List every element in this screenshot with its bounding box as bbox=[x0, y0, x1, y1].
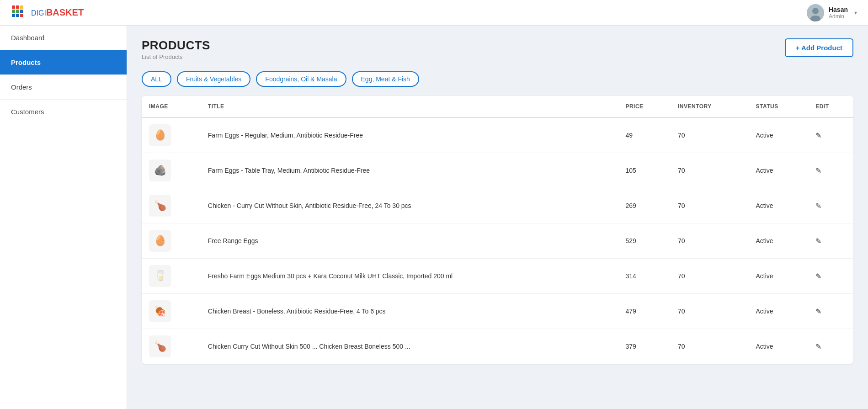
cell-image-3: 🥚 bbox=[142, 223, 201, 259]
col-edit: EDIT bbox=[808, 96, 853, 117]
logo-basket: BASKET bbox=[46, 7, 84, 17]
cell-image-4: 🥛 bbox=[142, 259, 201, 294]
cell-title-6: Chicken Curry Cut Without Skin 500 ... C… bbox=[201, 329, 618, 364]
product-image-6: 🍗 bbox=[149, 335, 171, 357]
logo-area: DIGIBASKET bbox=[11, 5, 84, 21]
edit-icon-5[interactable]: ✎ bbox=[815, 308, 821, 315]
product-image-5: 🍖 bbox=[149, 300, 171, 322]
table-header-row: IMAGE TITLE PRICE INVENTORY STATUS EDIT bbox=[142, 96, 853, 117]
svg-rect-7 bbox=[16, 14, 19, 17]
logo-digi: DIGI bbox=[31, 9, 46, 17]
cell-status-4: Active bbox=[748, 259, 808, 294]
filter-tab-fruits-veg[interactable]: Fruits & Vegetables bbox=[177, 71, 250, 87]
svg-rect-4 bbox=[16, 10, 19, 13]
svg-rect-6 bbox=[12, 14, 15, 17]
cell-edit-6[interactable]: ✎ bbox=[808, 329, 853, 364]
cell-edit-2[interactable]: ✎ bbox=[808, 188, 853, 223]
sidebar-item-orders[interactable]: Orders bbox=[0, 75, 127, 100]
user-name: Hasan bbox=[829, 6, 848, 13]
cell-price-2: 269 bbox=[618, 188, 671, 223]
filter-tab-foodgrains[interactable]: Foodgrains, Oil & Masala bbox=[256, 71, 346, 87]
filter-tab-all[interactable]: ALL bbox=[142, 71, 171, 87]
product-image-3: 🥚 bbox=[149, 230, 171, 252]
cell-edit-0[interactable]: ✎ bbox=[808, 117, 853, 153]
product-image-4: 🥛 bbox=[149, 265, 171, 287]
main-content: PRODUCTS List of Products + Add Product … bbox=[127, 26, 868, 409]
col-title: TITLE bbox=[201, 96, 618, 117]
cell-status-5: Active bbox=[748, 294, 808, 329]
svg-rect-5 bbox=[20, 10, 23, 13]
svg-rect-3 bbox=[12, 10, 15, 13]
cell-image-0: 🥚 bbox=[142, 117, 201, 153]
sidebar: Dashboard Products Orders Customers bbox=[0, 26, 127, 409]
col-status: STATUS bbox=[748, 96, 808, 117]
logo-icon bbox=[11, 5, 27, 21]
cell-edit-4[interactable]: ✎ bbox=[808, 259, 853, 294]
filter-tabs: ALL Fruits & Vegetables Foodgrains, Oil … bbox=[142, 71, 853, 87]
cell-edit-3[interactable]: ✎ bbox=[808, 223, 853, 259]
edit-icon-0[interactable]: ✎ bbox=[815, 132, 821, 139]
sidebar-item-products[interactable]: Products bbox=[0, 50, 127, 75]
cell-title-3: Free Range Eggs bbox=[201, 223, 618, 259]
products-table-container: IMAGE TITLE PRICE INVENTORY STATUS EDIT … bbox=[142, 96, 853, 364]
cell-edit-5[interactable]: ✎ bbox=[808, 294, 853, 329]
cell-price-4: 314 bbox=[618, 259, 671, 294]
cell-inventory-0: 70 bbox=[671, 117, 748, 153]
svg-rect-2 bbox=[20, 5, 23, 9]
products-table: IMAGE TITLE PRICE INVENTORY STATUS EDIT … bbox=[142, 96, 853, 364]
cell-status-2: Active bbox=[748, 188, 808, 223]
svg-point-10 bbox=[812, 8, 819, 14]
table-row: 🍗 Chicken Curry Cut Without Skin 500 ...… bbox=[142, 329, 853, 364]
product-image-1: 🪨 bbox=[149, 159, 171, 181]
cell-price-5: 479 bbox=[618, 294, 671, 329]
table-row: 🍖 Chicken Breast - Boneless, Antibiotic … bbox=[142, 294, 853, 329]
cell-status-3: Active bbox=[748, 223, 808, 259]
edit-icon-4[interactable]: ✎ bbox=[815, 272, 821, 280]
cell-title-5: Chicken Breast - Boneless, Antibiotic Re… bbox=[201, 294, 618, 329]
avatar bbox=[807, 4, 824, 21]
user-info: Hasan Admin bbox=[829, 6, 848, 20]
cell-inventory-5: 70 bbox=[671, 294, 748, 329]
chevron-down-icon: ▾ bbox=[854, 10, 857, 16]
cell-edit-1[interactable]: ✎ bbox=[808, 153, 853, 188]
page-header: PRODUCTS List of Products + Add Product bbox=[142, 38, 853, 60]
logo-text: DIGIBASKET bbox=[31, 7, 84, 18]
svg-rect-1 bbox=[16, 5, 19, 9]
edit-icon-2[interactable]: ✎ bbox=[815, 202, 821, 210]
edit-icon-1[interactable]: ✎ bbox=[815, 167, 821, 175]
cell-image-6: 🍗 bbox=[142, 329, 201, 364]
col-image: IMAGE bbox=[142, 96, 201, 117]
user-area[interactable]: Hasan Admin ▾ bbox=[807, 4, 857, 21]
add-product-button[interactable]: + Add Product bbox=[785, 38, 853, 57]
cell-status-0: Active bbox=[748, 117, 808, 153]
cell-status-6: Active bbox=[748, 329, 808, 364]
top-header: DIGIBASKET Hasan Admin ▾ bbox=[0, 0, 868, 26]
cell-price-1: 105 bbox=[618, 153, 671, 188]
cell-image-5: 🍖 bbox=[142, 294, 201, 329]
product-image-2: 🍗 bbox=[149, 195, 171, 217]
table-row: 🍗 Chicken - Curry Cut Without Skin, Anti… bbox=[142, 188, 853, 223]
cell-inventory-3: 70 bbox=[671, 223, 748, 259]
col-inventory: INVENTORY bbox=[671, 96, 748, 117]
cell-title-1: Farm Eggs - Table Tray, Medium, Antibiot… bbox=[201, 153, 618, 188]
edit-icon-3[interactable]: ✎ bbox=[815, 237, 821, 245]
cell-inventory-6: 70 bbox=[671, 329, 748, 364]
user-role: Admin bbox=[829, 13, 844, 20]
table-row: 🥚 Farm Eggs - Regular, Medium, Antibioti… bbox=[142, 117, 853, 153]
product-image-0: 🥚 bbox=[149, 124, 171, 146]
svg-rect-8 bbox=[20, 14, 23, 17]
sidebar-item-customers[interactable]: Customers bbox=[0, 100, 127, 124]
cell-status-1: Active bbox=[748, 153, 808, 188]
sidebar-item-dashboard[interactable]: Dashboard bbox=[0, 26, 127, 50]
body-layout: Dashboard Products Orders Customers PROD… bbox=[0, 26, 868, 409]
avatar-svg bbox=[807, 4, 824, 21]
edit-icon-6[interactable]: ✎ bbox=[815, 343, 821, 351]
cell-inventory-2: 70 bbox=[671, 188, 748, 223]
cell-inventory-1: 70 bbox=[671, 153, 748, 188]
table-row: 🥚 Free Range Eggs 529 70 Active ✎ bbox=[142, 223, 853, 259]
col-price: PRICE bbox=[618, 96, 671, 117]
cell-price-6: 379 bbox=[618, 329, 671, 364]
cell-title-2: Chicken - Curry Cut Without Skin, Antibi… bbox=[201, 188, 618, 223]
filter-tab-egg-meat-fish[interactable]: Egg, Meat & Fish bbox=[352, 71, 419, 87]
cell-price-3: 529 bbox=[618, 223, 671, 259]
